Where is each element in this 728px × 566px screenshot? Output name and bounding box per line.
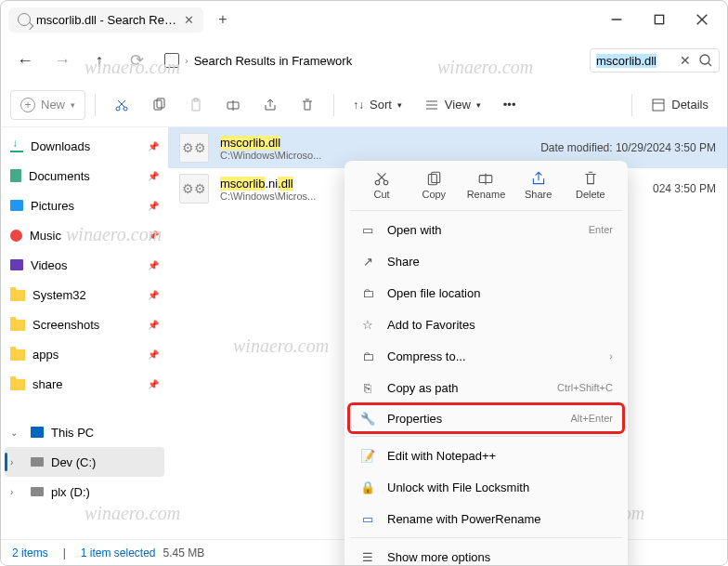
status-size: 5.45 MB xyxy=(163,546,205,559)
more-button[interactable]: ••• xyxy=(494,90,526,120)
svg-point-7 xyxy=(124,107,127,111)
ctx-open-with[interactable]: ▭Open withEnter xyxy=(350,214,622,245)
minimize-button[interactable] xyxy=(595,4,638,35)
ctx-properties[interactable]: 🔧PropertiesAlt+Enter xyxy=(347,402,625,434)
lock-icon: 🔒 xyxy=(359,480,376,494)
sidebar-item-drive-d[interactable]: ›plx (D:) xyxy=(1,477,168,507)
ctx-delete[interactable]: Delete xyxy=(566,170,615,200)
tab-title: mscorlib.dll - Search Results in xyxy=(36,13,177,27)
rename-button[interactable] xyxy=(216,90,250,120)
svg-point-21 xyxy=(375,180,380,185)
ctx-locksmith[interactable]: 🔒Unlock with File Locksmith xyxy=(350,471,622,503)
download-icon xyxy=(10,139,23,152)
pin-icon: 📌 xyxy=(148,230,159,241)
share-icon: ↗ xyxy=(359,255,376,269)
chevron-right-icon[interactable]: › xyxy=(10,487,23,497)
sidebar-item-system32[interactable]: System32📌 xyxy=(1,280,168,309)
search-icon[interactable] xyxy=(698,53,713,68)
ctx-open-location[interactable]: 🗀Open file location xyxy=(350,277,622,309)
sidebar-item-videos[interactable]: Videos📌 xyxy=(1,250,168,280)
sidebar-item-documents[interactable]: Documents📌 xyxy=(1,161,168,191)
pin-icon: 📌 xyxy=(148,141,159,151)
nav-bar: ← → ↑ ⟳ › Search Results in Framework ms… xyxy=(1,38,727,83)
ctx-cut[interactable]: Cut xyxy=(358,170,406,200)
drive-icon xyxy=(31,457,44,467)
svg-rect-1 xyxy=(655,15,663,23)
chevron-right-icon: › xyxy=(609,350,613,362)
document-icon xyxy=(10,169,21,182)
ctx-share[interactable]: Share xyxy=(514,170,563,200)
svg-point-6 xyxy=(116,107,120,111)
new-tab-button[interactable]: + xyxy=(207,4,239,35)
ctx-notepad[interactable]: 📝Edit with Notepad++ xyxy=(350,440,622,471)
pin-icon: 📌 xyxy=(148,349,159,360)
sidebar-item-drive-c[interactable]: ›Dev (C:) xyxy=(5,447,164,477)
chevron-right-icon[interactable]: › xyxy=(10,457,23,467)
cut-button[interactable] xyxy=(105,90,138,120)
location-icon xyxy=(164,53,179,68)
pin-icon: 📌 xyxy=(148,260,159,270)
folder-icon xyxy=(10,320,25,331)
new-button: + New ▾ xyxy=(10,90,85,120)
file-icon: ⚙⚙ xyxy=(179,174,209,204)
drive-icon xyxy=(31,487,44,496)
file-icon: ⚙⚙ xyxy=(179,133,209,163)
ctx-copy-path[interactable]: ⎘Copy as pathCtrl+Shift+C xyxy=(350,372,622,403)
sidebar-item-downloads[interactable]: Downloads📌 xyxy=(1,131,168,161)
pictures-icon xyxy=(10,200,23,211)
compress-icon: 🗀 xyxy=(359,349,376,363)
ctx-compress[interactable]: 🗀Compress to...› xyxy=(350,340,622,372)
paste-button xyxy=(179,90,213,120)
ctx-add-favorites[interactable]: ☆Add to Favorites xyxy=(350,309,622,340)
close-tab-icon[interactable]: ✕ xyxy=(183,13,194,26)
ctx-more-options[interactable]: ☰Show more options xyxy=(350,541,622,566)
pin-icon: 📌 xyxy=(148,379,159,389)
refresh-button[interactable]: ⟳ xyxy=(120,44,153,77)
sidebar-item-apps[interactable]: apps📌 xyxy=(1,339,168,369)
svg-line-5 xyxy=(708,63,711,66)
music-icon xyxy=(10,230,22,242)
copy-icon: ⎘ xyxy=(359,381,376,395)
forward-button: → xyxy=(46,44,79,77)
delete-button[interactable] xyxy=(291,90,324,120)
svg-point-22 xyxy=(384,180,388,185)
close-button[interactable] xyxy=(681,4,723,35)
search-input[interactable]: mscorlib.dll ✕ xyxy=(590,48,720,72)
pin-icon: 📌 xyxy=(148,290,159,300)
ctx-copy[interactable]: Copy xyxy=(410,170,458,200)
sidebar-item-music[interactable]: Music📌 xyxy=(1,220,168,250)
ctx-share[interactable]: ↗Share xyxy=(350,245,622,277)
pin-icon: 📌 xyxy=(148,171,159,181)
breadcrumb-text: Search Results in Framework xyxy=(194,54,353,68)
svg-line-24 xyxy=(378,173,385,180)
maximize-button[interactable] xyxy=(638,4,681,35)
star-icon: ☆ xyxy=(359,318,376,332)
chevron-down-icon[interactable]: ⌄ xyxy=(10,428,23,438)
sidebar-item-share[interactable]: share📌 xyxy=(1,369,168,399)
ctx-rename[interactable]: Rename xyxy=(462,170,510,200)
svg-rect-19 xyxy=(653,99,664,111)
share-button[interactable] xyxy=(254,90,287,120)
pc-icon xyxy=(31,427,44,438)
plus-icon: + xyxy=(20,98,35,112)
browser-tab[interactable]: mscorlib.dll - Search Results in ✕ xyxy=(8,7,203,33)
rename-icon: ▭ xyxy=(359,512,376,526)
view-button[interactable]: View▾ xyxy=(415,90,490,120)
folder-icon: 🗀 xyxy=(359,286,376,300)
clear-search-icon[interactable]: ✕ xyxy=(676,53,695,68)
ctx-powerrename[interactable]: ▭Rename with PowerRename xyxy=(350,503,622,534)
up-button[interactable]: ↑ xyxy=(83,44,116,77)
folder-icon xyxy=(10,379,25,390)
search-icon xyxy=(18,13,31,26)
details-button[interactable]: Details xyxy=(642,90,718,120)
copy-button[interactable] xyxy=(142,90,176,120)
search-value: mscorlib.dll xyxy=(596,54,656,68)
folder-icon xyxy=(10,349,25,361)
address-bar[interactable]: › Search Results in Framework xyxy=(157,53,586,68)
sidebar-item-thispc[interactable]: ⌄This PC xyxy=(1,417,168,447)
wrench-icon: 🔧 xyxy=(359,412,376,426)
sort-button[interactable]: ↑↓Sort▾ xyxy=(344,90,411,120)
sidebar-item-screenshots[interactable]: Screenshots📌 xyxy=(1,309,168,339)
back-button[interactable]: ← xyxy=(8,44,42,77)
sidebar-item-pictures[interactable]: Pictures📌 xyxy=(1,191,168,220)
